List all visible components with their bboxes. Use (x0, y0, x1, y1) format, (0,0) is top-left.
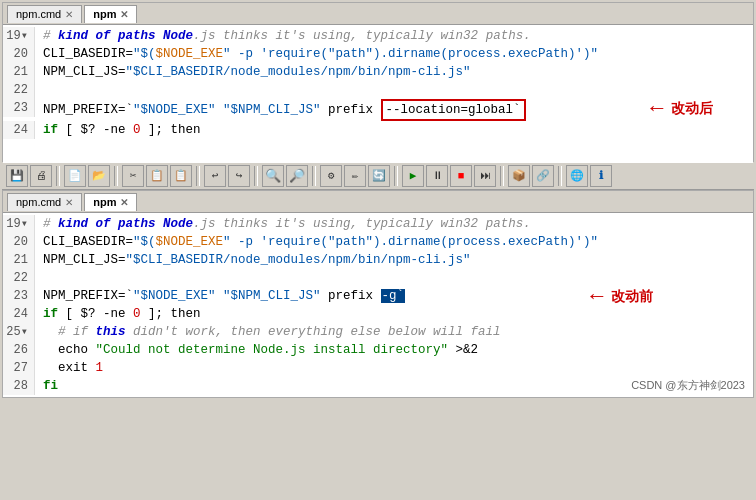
b-code-line-21: 21 NPM_CLI_JS="$CLI_BASEDIR/node_modules… (3, 251, 753, 269)
toolbar-btn-web[interactable]: 🌐 (566, 165, 588, 187)
toolbar-btn-replace[interactable]: 🔎 (286, 165, 308, 187)
toolbar-separator-4 (254, 166, 258, 186)
top-tab-bar: npm.cmd ✕ npm ✕ (3, 3, 753, 25)
bottom-code-area: 19▾ # kind of paths Node.js thinks it's … (3, 213, 753, 397)
b-code-line-26: 26 echo "Could not determine Node.js ins… (3, 341, 753, 359)
toolbar-btn-cut[interactable]: ✂ (122, 165, 144, 187)
toolbar-btn-redo[interactable]: ↪ (228, 165, 250, 187)
toolbar-btn-skip[interactable]: ⏭ (474, 165, 496, 187)
toolbar-separator-2 (114, 166, 118, 186)
toolbar-btn-refresh[interactable]: 🔄 (368, 165, 390, 187)
bottom-tab-npm[interactable]: npm ✕ (84, 193, 137, 211)
b-code-line-27: 27 exit 1 (3, 359, 753, 377)
bottom-pane: npm.cmd ✕ npm ✕ 19▾ # kind of paths Node… (2, 190, 754, 398)
b-code-line-24: 24 if [ $? -ne 0 ]; then (3, 305, 753, 323)
bottom-tab-npmcmd-close[interactable]: ✕ (65, 197, 73, 208)
toolbar-btn-settings[interactable]: ⚙ (320, 165, 342, 187)
app-container: npm.cmd ✕ npm ✕ 19▾ # kind of paths Node… (0, 0, 756, 500)
watermark: CSDN @东方神剑2023 (631, 378, 745, 393)
top-code-area: 19▾ # kind of paths Node.js thinks it's … (3, 25, 753, 163)
bottom-tab-npm-close[interactable]: ✕ (120, 197, 128, 208)
top-tab-npmcmd[interactable]: npm.cmd ✕ (7, 5, 82, 23)
toolbar-btn-edit[interactable]: ✏ (344, 165, 366, 187)
code-line-24: 24 if [ $? -ne 0 ]; then (3, 121, 753, 139)
code-line-20: 20 CLI_BASEDIR="$($NODE_EXE" -p 'require… (3, 45, 753, 63)
toolbar-btn-print[interactable]: 🖨 (30, 165, 52, 187)
top-pane: npm.cmd ✕ npm ✕ 19▾ # kind of paths Node… (2, 2, 754, 162)
toolbar-btn-link[interactable]: 🔗 (532, 165, 554, 187)
toolbar-btn-save[interactable]: 💾 (6, 165, 28, 187)
toolbar-btn-undo[interactable]: ↩ (204, 165, 226, 187)
top-tab-npm[interactable]: npm ✕ (84, 5, 137, 23)
b-code-line-22: 22 (3, 269, 753, 287)
b-code-line-20: 20 CLI_BASEDIR="$($NODE_EXE" -p 'require… (3, 233, 753, 251)
bottom-tab-npmcmd[interactable]: npm.cmd ✕ (7, 193, 82, 211)
toolbar: 💾 🖨 📄 📂 ✂ 📋 📋 ↩ ↪ 🔍 🔎 ⚙ ✏ 🔄 ▶ ⏸ ■ ⏭ 📦 🔗 … (2, 162, 754, 190)
b-code-line-19: 19▾ # kind of paths Node.js thinks it's … (3, 215, 753, 233)
arrow-label-before: ←改动前 (586, 287, 653, 305)
toolbar-btn-play[interactable]: ▶ (402, 165, 424, 187)
toolbar-btn-stop[interactable]: ■ (450, 165, 472, 187)
top-tab-npm-close[interactable]: ✕ (120, 9, 128, 20)
toolbar-separator-6 (394, 166, 398, 186)
code-line-21: 21 NPM_CLI_JS="$CLI_BASEDIR/node_modules… (3, 63, 753, 81)
toolbar-btn-copy[interactable]: 📋 (146, 165, 168, 187)
toolbar-btn-pause[interactable]: ⏸ (426, 165, 448, 187)
b-code-line-23: 23 NPM_PREFIX=`"$NODE_EXE" "$NPM_CLI_JS"… (3, 287, 753, 305)
toolbar-btn-search[interactable]: 🔍 (262, 165, 284, 187)
toolbar-btn-new[interactable]: 📄 (64, 165, 86, 187)
toolbar-separator-3 (196, 166, 200, 186)
code-line-23: 23 NPM_PREFIX=`"$NODE_EXE" "$NPM_CLI_JS"… (3, 99, 753, 121)
toolbar-separator-8 (558, 166, 562, 186)
b-code-line-25: 25▾ # if this didn't work, then everythi… (3, 323, 753, 341)
toolbar-separator-7 (500, 166, 504, 186)
toolbar-btn-pkg[interactable]: 📦 (508, 165, 530, 187)
bottom-tab-bar: npm.cmd ✕ npm ✕ (3, 191, 753, 213)
toolbar-btn-open[interactable]: 📂 (88, 165, 110, 187)
arrow-label-after: ←改动后 (646, 99, 713, 117)
toolbar-separator-1 (56, 166, 60, 186)
toolbar-btn-paste[interactable]: 📋 (170, 165, 192, 187)
top-tab-npmcmd-close[interactable]: ✕ (65, 9, 73, 20)
toolbar-btn-info[interactable]: ℹ (590, 165, 612, 187)
code-line-19: 19▾ # kind of paths Node.js thinks it's … (3, 27, 753, 45)
toolbar-separator-5 (312, 166, 316, 186)
code-line-22: 22 (3, 81, 753, 99)
